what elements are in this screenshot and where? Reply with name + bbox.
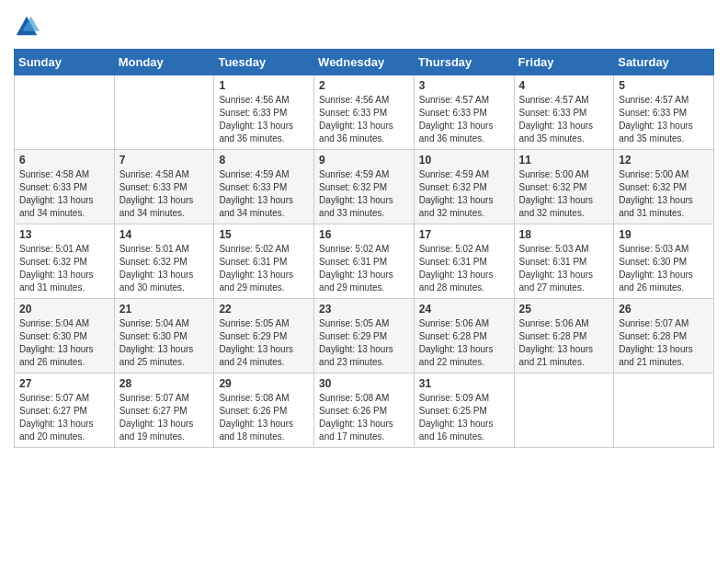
day-info: Sunrise: 4:59 AM Sunset: 6:32 PM Dayligh… [319, 168, 409, 220]
day-info: Sunrise: 5:07 AM Sunset: 6:28 PM Dayligh… [619, 317, 709, 369]
day-info: Sunrise: 5:01 AM Sunset: 6:32 PM Dayligh… [119, 243, 210, 294]
weekday-header: Tuesday [214, 50, 314, 75]
day-number: 25 [519, 303, 609, 316]
day-info: Sunrise: 5:08 AM Sunset: 6:26 PM Dayligh… [319, 392, 409, 443]
day-number: 23 [319, 303, 409, 316]
calendar-week-row: 1Sunrise: 4:56 AM Sunset: 6:33 PM Daylig… [15, 75, 714, 150]
calendar-header-row: SundayMondayTuesdayWednesdayThursdayFrid… [15, 50, 714, 75]
day-info: Sunrise: 5:00 AM Sunset: 6:32 PM Dayligh… [519, 168, 609, 220]
calendar-cell: 28Sunrise: 5:07 AM Sunset: 6:27 PM Dayli… [114, 373, 214, 448]
weekday-header: Wednesday [314, 50, 415, 75]
calendar-week-row: 6Sunrise: 4:58 AM Sunset: 6:33 PM Daylig… [15, 150, 714, 224]
day-number: 9 [319, 154, 409, 167]
day-info: Sunrise: 5:07 AM Sunset: 6:27 PM Dayligh… [119, 392, 210, 443]
day-info: Sunrise: 4:58 AM Sunset: 6:33 PM Dayligh… [19, 168, 109, 220]
day-info: Sunrise: 5:05 AM Sunset: 6:29 PM Dayligh… [319, 317, 409, 369]
calendar-cell: 20Sunrise: 5:04 AM Sunset: 6:30 PM Dayli… [15, 299, 115, 373]
day-info: Sunrise: 4:57 AM Sunset: 6:33 PM Dayligh… [519, 94, 609, 145]
calendar-cell: 14Sunrise: 5:01 AM Sunset: 6:32 PM Dayli… [114, 224, 214, 299]
day-info: Sunrise: 5:02 AM Sunset: 6:31 PM Dayligh… [219, 243, 309, 294]
calendar-cell: 12Sunrise: 5:00 AM Sunset: 6:32 PM Dayli… [614, 150, 714, 224]
day-info: Sunrise: 5:09 AM Sunset: 6:25 PM Dayligh… [419, 392, 509, 443]
day-number: 18 [519, 228, 609, 241]
day-number: 30 [319, 377, 409, 390]
calendar-cell [514, 373, 614, 448]
calendar-cell: 11Sunrise: 5:00 AM Sunset: 6:32 PM Dayli… [514, 150, 614, 224]
calendar-cell: 2Sunrise: 4:56 AM Sunset: 6:33 PM Daylig… [314, 75, 415, 150]
calendar-cell: 31Sunrise: 5:09 AM Sunset: 6:25 PM Dayli… [414, 373, 514, 448]
day-info: Sunrise: 4:57 AM Sunset: 6:33 PM Dayligh… [419, 94, 509, 145]
logo-icon [14, 14, 40, 40]
day-number: 17 [419, 228, 509, 241]
day-number: 16 [319, 228, 409, 241]
calendar-cell: 21Sunrise: 5:04 AM Sunset: 6:30 PM Dayli… [114, 299, 214, 373]
day-number: 29 [219, 377, 309, 390]
day-number: 28 [119, 377, 210, 390]
day-info: Sunrise: 5:06 AM Sunset: 6:28 PM Dayligh… [419, 317, 509, 369]
day-number: 11 [519, 154, 609, 167]
day-number: 21 [119, 303, 210, 316]
day-info: Sunrise: 5:04 AM Sunset: 6:30 PM Dayligh… [19, 317, 109, 369]
calendar-cell: 17Sunrise: 5:02 AM Sunset: 6:31 PM Dayli… [414, 224, 514, 299]
day-number: 15 [219, 228, 309, 241]
calendar-cell: 5Sunrise: 4:57 AM Sunset: 6:33 PM Daylig… [614, 75, 714, 150]
day-info: Sunrise: 5:05 AM Sunset: 6:29 PM Dayligh… [219, 317, 309, 369]
day-info: Sunrise: 5:04 AM Sunset: 6:30 PM Dayligh… [119, 317, 210, 369]
calendar-cell: 22Sunrise: 5:05 AM Sunset: 6:29 PM Dayli… [214, 299, 314, 373]
calendar-cell: 25Sunrise: 5:06 AM Sunset: 6:28 PM Dayli… [514, 299, 614, 373]
day-number: 22 [219, 303, 309, 316]
day-info: Sunrise: 5:03 AM Sunset: 6:31 PM Dayligh… [519, 243, 609, 294]
day-number: 8 [219, 154, 309, 167]
calendar-week-row: 27Sunrise: 5:07 AM Sunset: 6:27 PM Dayli… [15, 373, 714, 448]
calendar-cell: 8Sunrise: 4:59 AM Sunset: 6:33 PM Daylig… [214, 150, 314, 224]
calendar-cell [114, 75, 214, 150]
day-number: 31 [419, 377, 509, 390]
calendar-table: SundayMondayTuesdayWednesdayThursdayFrid… [14, 49, 714, 448]
calendar-cell: 30Sunrise: 5:08 AM Sunset: 6:26 PM Dayli… [314, 373, 415, 448]
day-number: 26 [619, 303, 709, 316]
calendar-cell: 9Sunrise: 4:59 AM Sunset: 6:32 PM Daylig… [314, 150, 415, 224]
calendar-cell: 1Sunrise: 4:56 AM Sunset: 6:33 PM Daylig… [214, 75, 314, 150]
calendar-cell: 16Sunrise: 5:02 AM Sunset: 6:31 PM Dayli… [314, 224, 415, 299]
weekday-header: Sunday [15, 50, 115, 75]
calendar-cell: 15Sunrise: 5:02 AM Sunset: 6:31 PM Dayli… [214, 224, 314, 299]
calendar-cell: 27Sunrise: 5:07 AM Sunset: 6:27 PM Dayli… [15, 373, 115, 448]
weekday-header: Saturday [614, 50, 714, 75]
day-number: 1 [219, 79, 309, 92]
weekday-header: Friday [514, 50, 614, 75]
day-number: 13 [19, 228, 109, 241]
day-info: Sunrise: 5:00 AM Sunset: 6:32 PM Dayligh… [619, 168, 709, 220]
day-number: 3 [419, 79, 509, 92]
calendar-week-row: 20Sunrise: 5:04 AM Sunset: 6:30 PM Dayli… [15, 299, 714, 373]
day-info: Sunrise: 4:56 AM Sunset: 6:33 PM Dayligh… [219, 94, 309, 145]
calendar-cell [15, 75, 115, 150]
day-info: Sunrise: 5:02 AM Sunset: 6:31 PM Dayligh… [419, 243, 509, 294]
day-number: 27 [19, 377, 109, 390]
day-info: Sunrise: 5:02 AM Sunset: 6:31 PM Dayligh… [319, 243, 409, 294]
calendar-cell: 23Sunrise: 5:05 AM Sunset: 6:29 PM Dayli… [314, 299, 415, 373]
calendar-cell: 13Sunrise: 5:01 AM Sunset: 6:32 PM Dayli… [15, 224, 115, 299]
day-info: Sunrise: 4:59 AM Sunset: 6:33 PM Dayligh… [219, 168, 309, 220]
day-info: Sunrise: 5:03 AM Sunset: 6:30 PM Dayligh… [619, 243, 709, 294]
day-number: 5 [619, 79, 709, 92]
day-info: Sunrise: 4:58 AM Sunset: 6:33 PM Dayligh… [119, 168, 210, 220]
calendar-week-row: 13Sunrise: 5:01 AM Sunset: 6:32 PM Dayli… [15, 224, 714, 299]
day-info: Sunrise: 5:01 AM Sunset: 6:32 PM Dayligh… [19, 243, 109, 294]
day-number: 2 [319, 79, 409, 92]
calendar-cell: 29Sunrise: 5:08 AM Sunset: 6:26 PM Dayli… [214, 373, 314, 448]
day-number: 24 [419, 303, 509, 316]
day-number: 12 [619, 154, 709, 167]
day-number: 20 [19, 303, 109, 316]
day-number: 6 [19, 154, 109, 167]
day-info: Sunrise: 4:57 AM Sunset: 6:33 PM Dayligh… [619, 94, 709, 145]
calendar-cell: 18Sunrise: 5:03 AM Sunset: 6:31 PM Dayli… [514, 224, 614, 299]
day-info: Sunrise: 5:06 AM Sunset: 6:28 PM Dayligh… [519, 317, 609, 369]
day-number: 10 [419, 154, 509, 167]
calendar-cell [614, 373, 714, 448]
weekday-header: Monday [114, 50, 214, 75]
calendar-cell: 4Sunrise: 4:57 AM Sunset: 6:33 PM Daylig… [514, 75, 614, 150]
page-header [14, 14, 714, 40]
day-info: Sunrise: 5:07 AM Sunset: 6:27 PM Dayligh… [19, 392, 109, 443]
calendar-cell: 7Sunrise: 4:58 AM Sunset: 6:33 PM Daylig… [114, 150, 214, 224]
calendar-cell: 24Sunrise: 5:06 AM Sunset: 6:28 PM Dayli… [414, 299, 514, 373]
